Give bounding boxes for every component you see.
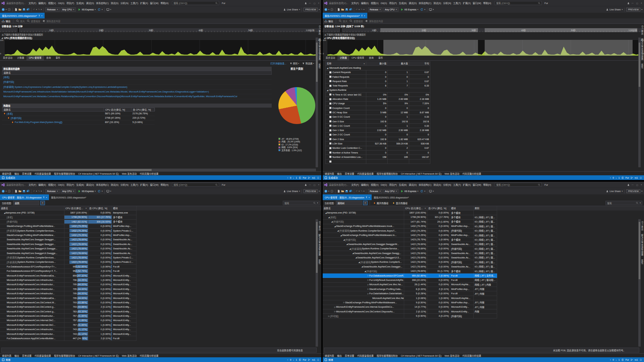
- close-icon[interactable]: ×: [41, 15, 43, 17]
- scrollbar-thumb[interactable]: [0, 169, 152, 171]
- table-row[interactable]: Fur.DatabaseAccessor.EFCoreRepository<T>…: [0, 264, 321, 269]
- open-folder-icon[interactable]: [341, 190, 344, 193]
- counter-name-cell[interactable]: Exception Count: [326, 106, 366, 110]
- menu-item[interactable]: 调试(D): [408, 1, 418, 5]
- table-row[interactable]: Microsoft.AspNetCore.Mvc.Ne...1 (0.06%)1…: [323, 296, 644, 300]
- minimize-button[interactable]: —: [308, 2, 312, 4]
- close-button[interactable]: ×: [640, 184, 643, 186]
- menu-item[interactable]: 调试(D): [85, 182, 95, 187]
- menu-item[interactable]: 视图(V): [47, 182, 57, 187]
- live-share-icon[interactable]: [283, 8, 286, 11]
- checkbox[interactable]: [329, 76, 331, 78]
- start-debug-button[interactable]: IIS Express▾: [399, 190, 419, 193]
- cpu-section-header[interactable]: ◢ CPU (所有处理器的百分比): [0, 36, 321, 40]
- detail-tab-2[interactable]: 计数器: [15, 55, 26, 60]
- preview-badge[interactable]: PREVIEW: [626, 8, 640, 11]
- live-share-icon[interactable]: [606, 8, 608, 11]
- table-row[interactable]: ◢[外部代码]1423 (78.75%)1 (0.06%)多个模块IO | 网络…: [323, 238, 644, 242]
- menu-item[interactable]: 分析(N): [119, 182, 129, 187]
- column-header[interactable]: 自 CPU [单位, %]: [88, 206, 112, 210]
- configuration-select[interactable]: Release▾: [368, 189, 382, 193]
- clear-selection-button[interactable]: 清除选定内容: [365, 19, 383, 23]
- checkbox[interactable]: [329, 103, 331, 105]
- counter-name-cell[interactable]: Current Requests: [326, 70, 366, 75]
- clear-selection-button[interactable]: 清除选定内容: [42, 19, 60, 23]
- incoming-commits-count[interactable]: 0: [612, 177, 614, 179]
- table-row[interactable]: Swashbuckle.AspNetCore.SwaggerUI.Swagge.…: [0, 251, 321, 255]
- open-folder-icon[interactable]: [341, 8, 344, 11]
- navigate-forward-icon[interactable]: [8, 190, 11, 193]
- menu-item[interactable]: 测试(S): [432, 1, 442, 5]
- counter-name-cell[interactable]: Gen 2 GC Count: [326, 133, 366, 137]
- menu-item[interactable]: 工具(T): [129, 182, 139, 187]
- live-share-label[interactable]: Live Share: [609, 8, 621, 11]
- menu-item[interactable]: 项目(P): [65, 182, 75, 187]
- menu-item[interactable]: 窗口(W): [149, 182, 159, 187]
- side-tab[interactable]: 解决方案资源管理器: [641, 38, 644, 60]
- menu-item[interactable]: 体系结构(C): [95, 182, 110, 187]
- time-selection-band[interactable]: [485, 28, 637, 32]
- open-folder-icon[interactable]: [18, 190, 21, 193]
- table-row[interactable]: Swashbuckle.AspNetCore.Swagger.Swagger..…: [0, 238, 321, 242]
- menu-item[interactable]: 分析(N): [442, 182, 452, 187]
- expander-icon[interactable]: ◢: [349, 248, 351, 250]
- table-row[interactable]: ◢Swashbuckle.AspNetCore.SwaggerUI.S...14…: [323, 255, 644, 260]
- detail-tab-3[interactable]: CPU 使用率: [349, 55, 367, 60]
- navigate-forward-icon[interactable]: [330, 190, 333, 193]
- menu-item[interactable]: 测试(S): [432, 182, 442, 187]
- vertical-scrollbar[interactable]: [638, 219, 641, 347]
- panel-tab[interactable]: 错误列表: [325, 172, 334, 175]
- minimize-button[interactable]: —: [631, 2, 634, 4]
- side-tab[interactable]: 属性: [641, 259, 644, 264]
- expander-icon[interactable]: ◢: [364, 270, 366, 272]
- refresh-icon[interactable]: [420, 190, 423, 193]
- outgoing-commits-count[interactable]: 1: [619, 177, 620, 179]
- table-row[interactable]: ◢iisexpress.exe (PID: 10736)1807 (100.00…: [323, 210, 644, 215]
- expander-icon[interactable]: ◢: [358, 261, 360, 263]
- checkbox[interactable]: [329, 156, 331, 158]
- account-icon[interactable]: [305, 2, 307, 4]
- table-row[interactable]: [外部代码]1482 (82.01%)306 (16.93%)多个模块: [0, 220, 321, 224]
- vertical-scrollbar[interactable]: [638, 38, 641, 167]
- new-file-icon[interactable]: [337, 190, 340, 193]
- table-row[interactable]: ▷Fur.UnifyResult.SuccessUnifyRe...398 (2…: [323, 278, 644, 282]
- function-link[interactable]: Fur.Web.Entry.Program.Main(System.String…: [15, 121, 62, 123]
- time-selection-band[interactable]: [485, 40, 633, 56]
- table-row[interactable]: Microsoft.EntityFrameworkCore.Infrastruc…: [0, 314, 321, 318]
- function-link[interactable]: [外部代码]: [3, 80, 14, 83]
- column-header[interactable]: CPU 总计[单位...▼: [64, 206, 88, 210]
- detail-tab-4[interactable]: 查询: [44, 55, 53, 60]
- panel-tab[interactable]: 错误列表: [2, 354, 11, 357]
- open-details-link[interactable]: 打开详细信息...: [270, 62, 286, 65]
- expander-icon[interactable]: ▷: [343, 301, 345, 303]
- refresh-icon[interactable]: [98, 190, 101, 193]
- timeline-playhead[interactable]: [18, 28, 19, 32]
- menu-item[interactable]: 调试(D): [408, 182, 418, 187]
- menu-item[interactable]: 扩展(X): [462, 1, 472, 5]
- panel-tab[interactable]: Web 发布活动: [444, 354, 459, 357]
- side-tab[interactable]: 属性: [641, 64, 644, 69]
- incoming-commits-count[interactable]: 0: [290, 177, 291, 179]
- menu-item[interactable]: 扩展(X): [139, 182, 149, 187]
- function-link[interactable]: [本机]: [7, 112, 13, 115]
- expander-icon[interactable]: ◢: [3, 212, 6, 214]
- counter-name-cell[interactable]: Gen 0 Size: [326, 119, 366, 124]
- checkbox[interactable]: [329, 71, 331, 73]
- table-row[interactable]: [本机]1798 (99.50%)321 (17.76%)多个模块: [0, 215, 321, 220]
- panel-tab[interactable]: 程序包管理器控制台: [54, 354, 75, 357]
- counter-name-cell[interactable]: Request Rate: [326, 79, 366, 83]
- panel-tab[interactable]: C# Interactive (.NET Framework 64 位): [78, 354, 119, 357]
- table-row[interactable]: ◢Swashbuckle.AspNetCore.Swagger.SwaggerM…: [323, 242, 644, 246]
- new-file-icon[interactable]: [337, 8, 340, 11]
- timeline-ruler[interactable]: 10秒20秒30秒40秒50秒1:00分钟: [323, 28, 644, 33]
- configuration-select[interactable]: Release▾: [45, 189, 59, 193]
- expander-icon[interactable]: ◢: [325, 212, 327, 214]
- checkbox[interactable]: [329, 129, 331, 131]
- menu-item[interactable]: 生成(B): [398, 182, 408, 187]
- filter-dropdown[interactable]: 筛选器▾: [302, 62, 314, 65]
- scrollbar-thumb[interactable]: [639, 43, 640, 87]
- menu-item[interactable]: 编辑(E): [360, 182, 370, 187]
- checkbox[interactable]: [329, 152, 331, 154]
- top-function-row[interactable]: Microsoft.EntityFrameworkCore.Metadata.C…: [2, 94, 272, 99]
- counter-name-cell[interactable]: Gen 0 GC Count: [326, 115, 366, 119]
